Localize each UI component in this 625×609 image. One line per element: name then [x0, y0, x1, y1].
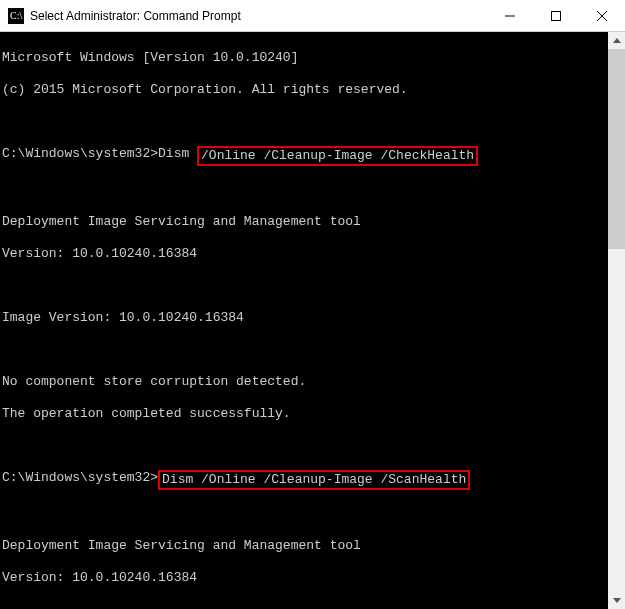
- output-line: No component store corruption detected.: [2, 374, 608, 390]
- svg-rect-3: [552, 11, 561, 20]
- close-button[interactable]: [579, 0, 625, 31]
- blank-line: [2, 342, 608, 358]
- titlebar[interactable]: C:\ Select Administrator: Command Prompt: [0, 0, 625, 32]
- blank-line: [2, 438, 608, 454]
- command-line: C:\Windows\system32>Dism /Online /Cleanu…: [2, 146, 608, 166]
- command-text: Dism: [158, 146, 197, 162]
- blank-line: [2, 602, 608, 609]
- scroll-thumb[interactable]: [608, 49, 625, 249]
- terminal-output[interactable]: Microsoft Windows [Version 10.0.10240] (…: [0, 32, 608, 609]
- window-controls: [487, 0, 625, 31]
- content-area: Microsoft Windows [Version 10.0.10240] (…: [0, 32, 625, 609]
- blank-line: [2, 278, 608, 294]
- output-line: (c) 2015 Microsoft Corporation. All righ…: [2, 82, 608, 98]
- scroll-down-button[interactable]: [608, 592, 625, 609]
- output-line: Deployment Image Servicing and Managemen…: [2, 214, 608, 230]
- svg-text:C:\: C:\: [10, 10, 22, 21]
- minimize-button[interactable]: [487, 0, 533, 31]
- command-line: C:\Windows\system32>Dism /Online /Cleanu…: [2, 470, 608, 490]
- window-title: Select Administrator: Command Prompt: [30, 9, 487, 23]
- blank-line: [2, 114, 608, 130]
- blank-line: [2, 506, 608, 522]
- output-line: Microsoft Windows [Version 10.0.10240]: [2, 50, 608, 66]
- highlighted-command: Dism /Online /Cleanup-Image /ScanHealth: [158, 470, 470, 490]
- prompt-text: C:\Windows\system32>: [2, 470, 158, 486]
- blank-line: [2, 182, 608, 198]
- output-line: Image Version: 10.0.10240.16384: [2, 310, 608, 326]
- output-line: Version: 10.0.10240.16384: [2, 570, 608, 586]
- svg-marker-6: [613, 38, 621, 43]
- output-line: The operation completed successfully.: [2, 406, 608, 422]
- scrollbar[interactable]: [608, 32, 625, 609]
- prompt-text: C:\Windows\system32>: [2, 146, 158, 162]
- scroll-up-button[interactable]: [608, 32, 625, 49]
- maximize-button[interactable]: [533, 0, 579, 31]
- highlighted-command: /Online /Cleanup-Image /CheckHealth: [197, 146, 478, 166]
- output-line: Version: 10.0.10240.16384: [2, 246, 608, 262]
- output-line: Deployment Image Servicing and Managemen…: [2, 538, 608, 554]
- cmd-icon: C:\: [8, 8, 24, 24]
- svg-marker-7: [613, 598, 621, 603]
